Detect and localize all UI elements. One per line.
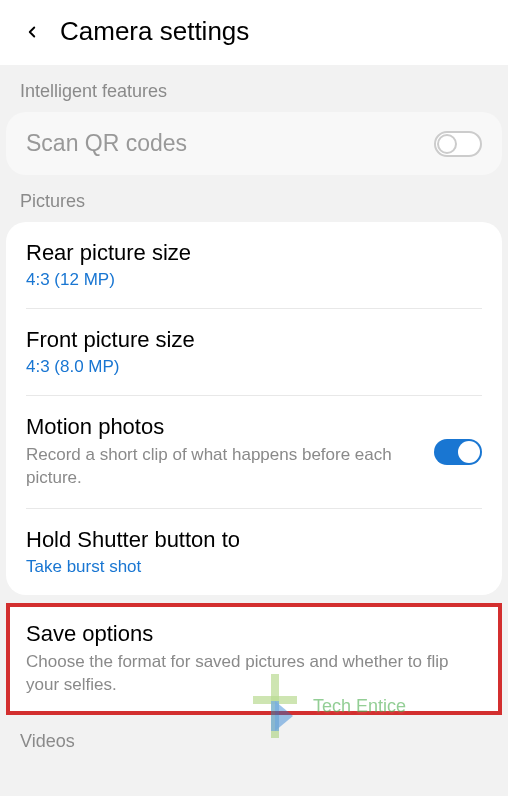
pictures-card: Rear picture size 4:3 (12 MP) Front pict…	[6, 222, 502, 595]
section-intelligent-features: Intelligent features	[0, 65, 508, 112]
front-picture-size-item[interactable]: Front picture size 4:3 (8.0 MP)	[6, 309, 502, 395]
hold-shutter-title: Hold Shutter button to	[26, 527, 482, 553]
section-pictures: Pictures	[0, 175, 508, 222]
rear-picture-title: Rear picture size	[26, 240, 482, 266]
header: Camera settings	[0, 0, 508, 65]
rear-picture-value: 4:3 (12 MP)	[26, 270, 482, 290]
watermark-logo-icon	[245, 666, 305, 746]
watermark-text: Tech Entice	[313, 696, 406, 717]
back-icon[interactable]	[20, 20, 44, 44]
hold-shutter-value: Take burst shot	[26, 557, 482, 577]
save-options-title: Save options	[26, 621, 482, 647]
svg-rect-2	[271, 701, 279, 731]
motion-photos-desc: Record a short clip of what happens befo…	[26, 444, 418, 490]
rear-picture-size-item[interactable]: Rear picture size 4:3 (12 MP)	[6, 222, 502, 308]
scan-qr-codes-item[interactable]: Scan QR codes	[6, 112, 502, 175]
motion-photos-toggle[interactable]	[434, 439, 482, 465]
hold-shutter-item[interactable]: Hold Shutter button to Take burst shot	[6, 509, 502, 595]
motion-photos-title: Motion photos	[26, 414, 418, 440]
motion-photos-item[interactable]: Motion photos Record a short clip of wha…	[6, 396, 502, 508]
watermark: Tech Entice	[245, 666, 406, 746]
front-picture-value: 4:3 (8.0 MP)	[26, 357, 482, 377]
intelligent-features-card: Scan QR codes	[6, 112, 502, 175]
front-picture-title: Front picture size	[26, 327, 482, 353]
scan-qr-toggle[interactable]	[434, 131, 482, 157]
page-title: Camera settings	[60, 16, 249, 47]
scan-qr-title: Scan QR codes	[26, 130, 418, 157]
